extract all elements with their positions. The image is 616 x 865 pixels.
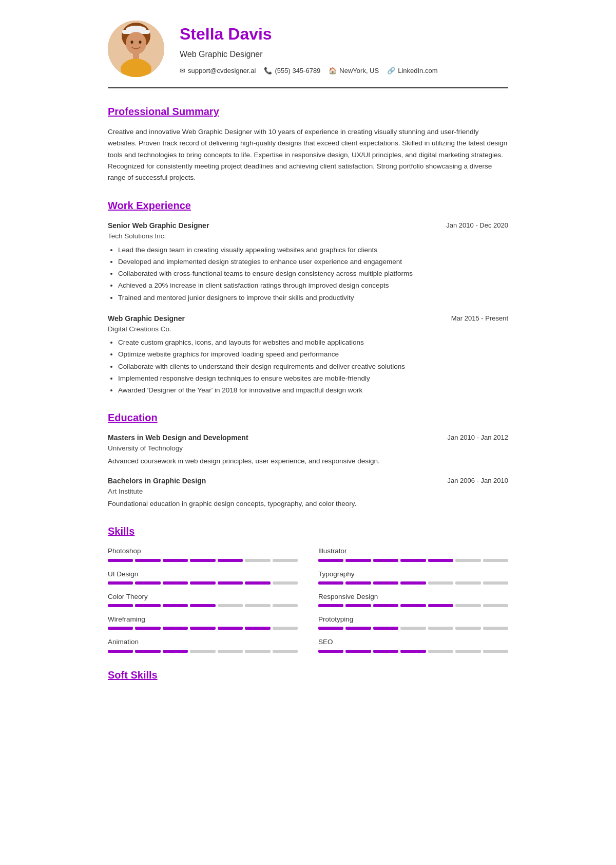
skill-segment bbox=[318, 559, 343, 562]
skill-segment bbox=[273, 650, 298, 653]
job-title-2: Web Graphic Designer bbox=[108, 313, 185, 324]
bullet-item: Implemented responsive design techniques… bbox=[118, 373, 508, 384]
skill-segment bbox=[245, 627, 270, 630]
skill-segment bbox=[483, 604, 508, 607]
skill-segment bbox=[373, 650, 398, 653]
skill-segment bbox=[108, 604, 133, 607]
resume-page: Stella Davis Web Graphic Designer ✉ supp… bbox=[77, 0, 539, 728]
bullet-item: Create custom graphics, icons, and layou… bbox=[118, 337, 508, 348]
contact-email: ✉ support@cvdesigner.ai bbox=[180, 66, 256, 76]
skill-name: Photoshop bbox=[108, 546, 298, 556]
skills-title: Skills bbox=[108, 523, 508, 539]
skill-segment bbox=[108, 627, 133, 630]
edu-header-1: Masters in Web Design and Development Ja… bbox=[108, 432, 508, 443]
skill-segment bbox=[245, 650, 270, 653]
professional-summary-body: Creative and innovative Web Graphic Desi… bbox=[108, 126, 508, 183]
job-date-1: Jan 2010 - Dec 2020 bbox=[446, 220, 508, 231]
skill-segment bbox=[373, 559, 398, 562]
skill-segment bbox=[400, 650, 426, 653]
job-header-1: Senior Web Graphic Designer Jan 2010 - D… bbox=[108, 220, 508, 231]
edu-header-2: Bachelors in Graphic Design Jan 2006 - J… bbox=[108, 476, 508, 486]
skill-item: Illustrator bbox=[318, 546, 508, 561]
bullet-item: Optimize website graphics for improved l… bbox=[118, 349, 508, 360]
skills-grid: PhotoshopIllustratorUI DesignTypographyC… bbox=[108, 546, 508, 652]
edu-degree-2: Bachelors in Graphic Design bbox=[108, 476, 206, 486]
skills-section: Skills PhotoshopIllustratorUI DesignTypo… bbox=[108, 523, 508, 652]
skill-segment bbox=[163, 650, 188, 653]
skill-segment bbox=[218, 627, 243, 630]
skill-segment bbox=[318, 604, 343, 607]
contact-location: 🏠 NewYork, US bbox=[329, 66, 379, 76]
skill-item: Color Theory bbox=[108, 592, 298, 607]
soft-skills-title: Soft Skills bbox=[108, 667, 508, 683]
svg-point-6 bbox=[139, 41, 142, 44]
work-experience-title: Work Experience bbox=[108, 198, 508, 213]
bullet-item: Achieved a 20% increase in client satisf… bbox=[118, 280, 508, 291]
skill-segment bbox=[373, 604, 398, 607]
phone-icon: 📞 bbox=[264, 66, 272, 76]
contact-phone: 📞 (555) 345-6789 bbox=[264, 66, 320, 76]
bullet-item: Awarded 'Designer of the Year' in 2018 f… bbox=[118, 385, 508, 396]
education-section: Education Masters in Web Design and Deve… bbox=[108, 410, 508, 509]
skill-name: SEO bbox=[318, 637, 508, 647]
skill-segment bbox=[428, 627, 453, 630]
skill-segment bbox=[218, 559, 243, 562]
skill-segment bbox=[318, 627, 343, 630]
job-bullets-1: Lead the design team in creating visuall… bbox=[108, 245, 508, 303]
skill-segment bbox=[483, 559, 508, 562]
bullet-item: Lead the design team in creating visuall… bbox=[118, 245, 508, 255]
skill-segment bbox=[218, 581, 243, 585]
job-entry-1: Senior Web Graphic Designer Jan 2010 - D… bbox=[108, 220, 508, 303]
skill-segment bbox=[245, 559, 270, 562]
skill-segment bbox=[373, 627, 398, 630]
contact-row: ✉ support@cvdesigner.ai 📞 (555) 345-6789… bbox=[180, 66, 438, 76]
skill-bar bbox=[318, 650, 508, 653]
skill-segment bbox=[273, 581, 298, 585]
edu-degree-1: Masters in Web Design and Development bbox=[108, 432, 248, 443]
job-company-2: Digital Creations Co. bbox=[108, 324, 508, 334]
edu-entry-2: Bachelors in Graphic Design Jan 2006 - J… bbox=[108, 476, 508, 510]
skill-segment bbox=[163, 559, 188, 562]
skill-bar bbox=[108, 604, 298, 607]
skill-item: Responsive Design bbox=[318, 592, 508, 607]
candidate-title: Web Graphic Designer bbox=[180, 48, 438, 61]
skill-segment bbox=[428, 559, 453, 562]
skill-segment bbox=[483, 581, 508, 585]
email-icon: ✉ bbox=[180, 66, 185, 76]
skill-segment bbox=[455, 559, 480, 562]
skill-name: UI Design bbox=[108, 569, 298, 579]
skill-segment bbox=[345, 559, 371, 562]
skill-segment bbox=[273, 627, 298, 630]
skill-segment bbox=[108, 581, 133, 585]
skill-segment bbox=[400, 581, 426, 585]
skill-name: Wireframing bbox=[108, 614, 298, 625]
job-date-2: Mar 2015 - Present bbox=[451, 313, 508, 324]
skill-name: Prototyping bbox=[318, 614, 508, 625]
skill-segment bbox=[273, 559, 298, 562]
skill-segment bbox=[273, 604, 298, 607]
skill-bar bbox=[318, 604, 508, 607]
skill-segment bbox=[318, 581, 343, 585]
skill-name: Animation bbox=[108, 637, 298, 647]
skill-segment bbox=[218, 604, 243, 607]
skill-segment bbox=[373, 581, 398, 585]
job-bullets-2: Create custom graphics, icons, and layou… bbox=[108, 337, 508, 396]
professional-summary-section: Professional Summary Creative and innova… bbox=[108, 104, 508, 183]
skill-segment bbox=[400, 604, 426, 607]
skill-segment bbox=[190, 604, 215, 607]
skill-segment bbox=[345, 627, 371, 630]
edu-desc-1: Advanced coursework in web design princi… bbox=[108, 456, 508, 466]
edu-school-2: Art Institute bbox=[108, 486, 508, 497]
skill-name: Responsive Design bbox=[318, 592, 508, 602]
skill-segment bbox=[190, 559, 215, 562]
header-section: Stella Davis Web Graphic Designer ✉ supp… bbox=[108, 21, 508, 88]
skill-segment bbox=[163, 604, 188, 607]
edu-date-1: Jan 2010 - Jan 2012 bbox=[447, 432, 508, 443]
edu-desc-2: Foundational education in graphic design… bbox=[108, 499, 508, 509]
skill-segment bbox=[135, 627, 160, 630]
skill-segment bbox=[483, 627, 508, 630]
svg-point-4 bbox=[126, 32, 146, 54]
skill-item: Animation bbox=[108, 637, 298, 652]
bullet-item: Trained and mentored junior designers to… bbox=[118, 293, 508, 303]
bullet-item: Collaborated with cross-functional teams… bbox=[118, 269, 508, 279]
